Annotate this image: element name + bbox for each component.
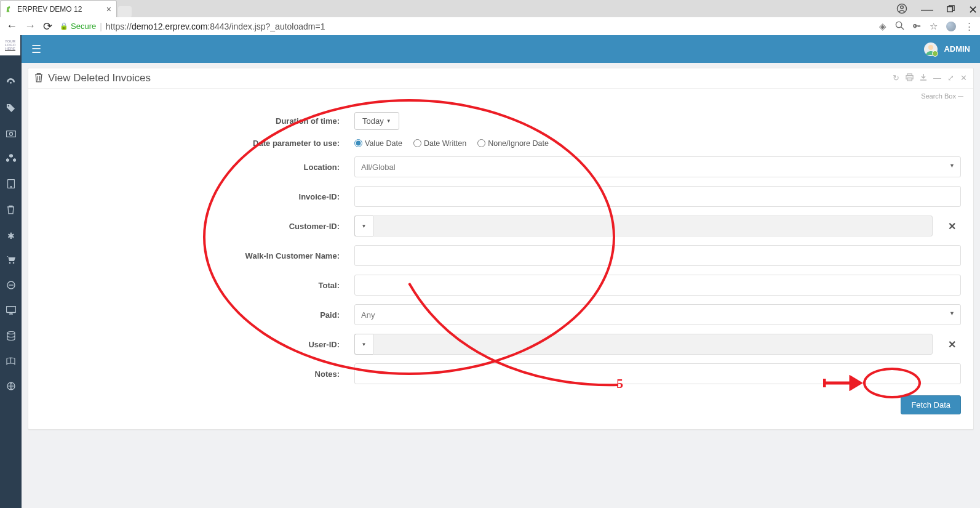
customer-id-dropdown-icon[interactable]: ▼: [354, 216, 373, 236]
user-id-dropdown-icon[interactable]: ▼: [354, 334, 373, 355]
radio-value-date[interactable]: Value Date: [354, 139, 402, 148]
main-area: ☰ ADMIN View Deleted Invoices ↻: [22, 35, 980, 508]
user-name: ADMIN: [944, 44, 970, 54]
disc-icon[interactable]: [7, 281, 15, 291]
user-id-input[interactable]: [373, 334, 933, 355]
svg-point-7: [9, 132, 12, 135]
zoom-icon[interactable]: [895, 21, 904, 32]
panel-header: View Deleted Invoices ↻ — ⤢ ✕: [28, 68, 973, 89]
svg-point-10: [9, 262, 10, 264]
favicon-icon: [6, 5, 14, 13]
window-maximize-icon[interactable]: [947, 5, 955, 15]
menu-toggle-icon[interactable]: ☰: [31, 42, 41, 56]
browser-chrome: ERPREV DEMO 12 × — ✕ ← → ⟳ Secure | http…: [0, 0, 980, 35]
customer-id-input[interactable]: [373, 216, 933, 236]
invoice-id-input[interactable]: [354, 186, 961, 207]
label-date-param: Date parameter to use:: [41, 139, 354, 148]
app-root: YOUR LOGO HERE ✱: [0, 35, 980, 508]
window-controls: — ✕: [896, 2, 978, 17]
globe-icon[interactable]: [7, 382, 15, 392]
svg-point-1: [901, 6, 904, 9]
radio-date-written[interactable]: Date Written: [413, 139, 466, 148]
money-icon[interactable]: [6, 129, 16, 139]
app-logo[interactable]: YOUR LOGO HERE: [0, 35, 20, 55]
label-duration: Duration of time:: [41, 116, 354, 126]
total-input[interactable]: [354, 275, 961, 296]
snowflake-icon[interactable]: ✱: [7, 231, 15, 241]
label-paid: Paid:: [41, 310, 354, 320]
panel-title: View Deleted Invoices: [48, 72, 151, 84]
sidebar: YOUR LOGO HERE ✱: [0, 35, 22, 508]
panel: View Deleted Invoices ↻ — ⤢ ✕: [28, 68, 974, 430]
radio-none[interactable]: None/Ignore Date: [477, 139, 549, 148]
location-icon[interactable]: ◈: [879, 21, 886, 32]
label-total: Total:: [41, 281, 354, 290]
window-minimize-icon[interactable]: —: [921, 2, 933, 17]
nav-back-icon[interactable]: ←: [6, 20, 17, 33]
chrome-user-icon[interactable]: [896, 3, 907, 16]
new-tab-button[interactable]: [118, 6, 132, 17]
label-user-id: User-ID:: [41, 340, 354, 349]
svg-point-5: [8, 105, 9, 107]
trash-icon[interactable]: [7, 205, 15, 216]
dashboard-icon[interactable]: [6, 78, 15, 89]
content: View Deleted Invoices ↻ — ⤢ ✕: [22, 63, 980, 435]
topbar: ☰ ADMIN: [22, 35, 980, 63]
star-icon[interactable]: ☆: [930, 21, 938, 32]
close-panel-icon[interactable]: ✕: [960, 73, 967, 83]
print-icon[interactable]: [906, 73, 914, 83]
search-box-toggle[interactable]: Search Box—: [921, 92, 963, 100]
download-icon[interactable]: [920, 73, 927, 83]
nav-reload-icon[interactable]: ⟳: [43, 20, 52, 33]
database-icon[interactable]: [7, 331, 15, 342]
trash-title-icon: [34, 73, 43, 84]
date-param-radios: Value Date Date Written None/Ignore Date: [354, 139, 549, 148]
secure-lock-icon: Secure: [60, 22, 96, 31]
panel-body: Search Box— Duration of time: Today▼: [28, 89, 973, 429]
fetch-data-button[interactable]: Fetch Data: [901, 395, 961, 414]
user-id-clear-icon[interactable]: ✕: [942, 334, 961, 355]
minimize-panel-icon[interactable]: —: [933, 73, 941, 83]
expand-panel-icon[interactable]: ⤢: [947, 73, 954, 83]
walkin-input[interactable]: [354, 245, 961, 266]
nav-forward-icon: →: [25, 20, 36, 33]
duration-dropdown[interactable]: Today▼: [354, 112, 399, 130]
separator: |: [100, 22, 102, 31]
notes-input[interactable]: [354, 363, 961, 384]
cart-icon[interactable]: [6, 256, 16, 266]
tab-bar: ERPREV DEMO 12 × — ✕: [0, 0, 980, 17]
book-icon[interactable]: [6, 357, 15, 367]
address-bar: ← → ⟳ Secure | https://demo12.erprev.com…: [0, 17, 980, 35]
svg-rect-6: [6, 131, 15, 137]
location-select[interactable]: All/Global: [354, 156, 961, 177]
extension-icon[interactable]: [946, 22, 956, 31]
desktop-icon[interactable]: [6, 306, 16, 316]
cubes-icon[interactable]: [6, 154, 16, 164]
svg-rect-2: [947, 6, 952, 11]
tag-icon[interactable]: [6, 103, 15, 115]
svg-point-17: [928, 45, 933, 50]
tab-close-icon[interactable]: ×: [106, 4, 111, 14]
tablet-icon[interactable]: [7, 179, 15, 190]
user-area[interactable]: ADMIN: [924, 42, 970, 56]
browser-tab[interactable]: ERPREV DEMO 12 ×: [0, 0, 117, 17]
label-location: Location:: [41, 163, 354, 172]
chrome-menu-icon[interactable]: ⋮: [965, 21, 974, 32]
url-box[interactable]: Secure | https://demo12.erprev.com:8443/…: [60, 22, 872, 31]
url-text: https://demo12.erprev.com:8443/index.jsp…: [106, 22, 325, 31]
search-form: Duration of time: Today▼ Date parameter …: [41, 112, 961, 414]
svg-rect-13: [6, 307, 15, 313]
paid-select[interactable]: Any: [354, 304, 961, 325]
label-invoice-id: Invoice-ID:: [41, 192, 354, 201]
svg-point-4: [10, 82, 12, 84]
svg-point-9: [10, 187, 12, 188]
tab-title: ERPREV DEMO 12: [17, 5, 82, 14]
panel-actions: ↻ — ⤢ ✕: [893, 73, 967, 83]
window-close-icon[interactable]: ✕: [968, 3, 978, 17]
refresh-icon[interactable]: ↻: [893, 73, 899, 83]
customer-id-clear-icon[interactable]: ✕: [942, 216, 961, 236]
label-walkin: Walk-In Customer Name:: [41, 251, 354, 260]
key-icon[interactable]: 🔑︎: [913, 22, 921, 31]
label-notes: Notes:: [41, 369, 354, 379]
user-avatar-icon: [924, 42, 938, 56]
